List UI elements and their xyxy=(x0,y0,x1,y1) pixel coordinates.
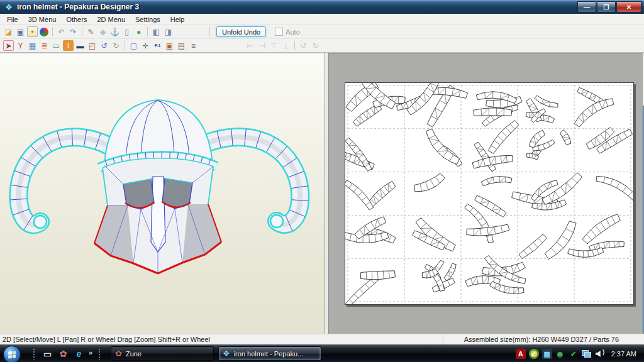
print-icon[interactable]: ≡ xyxy=(188,40,199,51)
align-bottom-icon[interactable]: ⊥ xyxy=(280,40,291,51)
pattern-cell-r5c3[interactable] xyxy=(465,256,526,294)
panel-icon[interactable]: ▯ xyxy=(121,26,132,37)
auto-checkbox-box[interactable] xyxy=(275,28,283,36)
restore-button[interactable]: ❐ xyxy=(597,1,616,13)
pattern-cell-r5c1[interactable] xyxy=(345,271,396,304)
media-player-icon[interactable]: ▭ xyxy=(42,348,53,359)
pattern-cell-r2c3[interactable] xyxy=(472,121,519,172)
dark-panel-icon[interactable]: ▬ xyxy=(75,40,86,51)
align-top-icon[interactable]: ⊤ xyxy=(269,40,279,51)
quicklaunch-handle[interactable] xyxy=(33,348,35,359)
statusbar: 2D [Select/Move] L [Pan] R or Wheel Drag… xyxy=(0,334,644,344)
rotate-left-90-icon[interactable]: ↺ xyxy=(298,40,309,51)
pattern-cell-r3c5[interactable] xyxy=(596,176,633,201)
capsule-icon[interactable]: ▭ xyxy=(51,40,62,51)
taskbar-task-zune[interactable]: ✿ Zune xyxy=(111,346,214,361)
taskband-handle[interactable] xyxy=(98,348,101,359)
volume-icon[interactable]: ⟩ xyxy=(595,349,605,359)
app-window: ❖ iron helmet - Pepakura Designer 3 — ❐ … xyxy=(0,0,644,362)
viewport-3d[interactable] xyxy=(0,53,325,334)
adobe-updater-icon[interactable]: A xyxy=(516,349,526,359)
view-undo-icon[interactable]: ↶ xyxy=(56,26,67,37)
pattern-cell-r3c4[interactable] xyxy=(512,173,582,210)
toolbar-main: ◪▣•↶↷✎◆⚓▯●◧◨ Unfold Undo Auto xyxy=(0,25,644,39)
view-redo-icon[interactable]: ↷ xyxy=(68,26,79,37)
rotate-cw-icon[interactable]: ↻ xyxy=(111,40,121,51)
titlebar[interactable]: ❖ iron helmet - Pepakura Designer 3 — ❐ … xyxy=(0,0,644,14)
window-title: iron helmet - Pepakura Designer 3 xyxy=(17,3,139,11)
auto-checkbox[interactable]: Auto xyxy=(275,28,300,36)
save-icon[interactable]: ▣ xyxy=(15,26,26,37)
helmet-3d-model[interactable] xyxy=(0,53,325,334)
anchor-icon[interactable]: ⚓ xyxy=(109,26,120,37)
pen-icon[interactable]: ✎ xyxy=(86,26,96,37)
pattern-cell-r1c4[interactable] xyxy=(526,96,558,123)
close-button[interactable]: ✕ xyxy=(616,1,641,13)
clipboard-icon[interactable]: ▤ xyxy=(176,40,187,51)
menu-item-3d-menu[interactable]: 3D Menu xyxy=(24,15,61,24)
pepakura-quick-icon[interactable]: ✿ xyxy=(57,348,69,359)
menu-item-help[interactable]: Help xyxy=(166,15,189,24)
pattern-cell-r4c1[interactable] xyxy=(345,217,396,243)
minimize-button[interactable]: — xyxy=(577,1,596,13)
rotate-right-90-icon[interactable]: ↻ xyxy=(310,40,321,51)
layout-left-icon[interactable]: ◧ xyxy=(151,26,162,37)
pattern-cell-r3c3[interactable] xyxy=(475,177,512,217)
menu-item-2d-menu[interactable]: 2D Menu xyxy=(92,15,130,24)
pattern-parts[interactable] xyxy=(345,83,633,304)
align-right-icon[interactable]: ⊣ xyxy=(257,40,267,51)
menu-item-others[interactable]: Others xyxy=(62,15,91,24)
pattern-cell-r2c5[interactable] xyxy=(586,128,632,154)
status-hint-text: 2D [Select/Move] L [Pan] R or Wheel Drag… xyxy=(0,336,443,343)
rotate-ccw-icon[interactable]: ↺ xyxy=(99,40,109,51)
material-layers-icon[interactable]: ≣ xyxy=(39,40,50,51)
taskbar-clock[interactable]: 2:37 AM xyxy=(611,350,636,358)
unfold-box-icon[interactable]: ◰ xyxy=(87,40,97,51)
pattern-cell-r4c5[interactable] xyxy=(568,214,625,258)
pepakura-task-icon: ❖ xyxy=(223,349,230,358)
pick-point-icon[interactable]: ● xyxy=(133,26,144,37)
pattern-cell-r1c5[interactable] xyxy=(574,87,613,127)
network-icon[interactable] xyxy=(582,349,592,359)
menu-item-file[interactable]: File xyxy=(3,15,23,24)
display-settings-icon[interactable]: ▦ xyxy=(542,349,552,359)
pattern-cell-r5c2[interactable] xyxy=(422,260,456,292)
marquee-icon[interactable]: ▢ xyxy=(128,40,139,51)
pattern-page[interactable] xyxy=(345,82,634,305)
pattern-cell-r4c3[interactable] xyxy=(465,204,509,243)
pattern-cell-r1c1[interactable] xyxy=(346,83,405,126)
quicklaunch-overflow-chevron[interactable]: » xyxy=(89,349,92,356)
system-tray: A✓▦◉✔ ⟩ 2:37 AM xyxy=(513,345,643,362)
open-folder-icon[interactable]: ◪ xyxy=(3,26,14,37)
shield-update-icon[interactable]: ✓ xyxy=(529,349,539,359)
viewport-2d[interactable] xyxy=(328,53,643,334)
move-part-icon[interactable]: ✛ xyxy=(140,40,151,51)
pattern-cell-r3c1[interactable] xyxy=(345,180,396,210)
select-tool-icon[interactable]: ➤ xyxy=(3,40,14,51)
edit-edge-icon[interactable]: Y xyxy=(15,40,26,51)
taskbar-task-pepakura[interactable]: ❖ iron helmet - Pepaku... xyxy=(218,346,321,361)
windows-flag-icon xyxy=(8,351,16,358)
page-number-icon[interactable]: P.1 xyxy=(152,40,163,51)
layout-right-icon[interactable]: ◨ xyxy=(163,26,174,37)
ie-icon[interactable]: e xyxy=(73,348,85,359)
pattern-cell-r3c2[interactable] xyxy=(414,173,445,192)
align-left-icon[interactable]: ⊢ xyxy=(245,40,255,51)
export-image-icon[interactable]: ▣ xyxy=(164,40,175,51)
texture-grid-icon[interactable]: ▦ xyxy=(27,40,38,51)
check-flag-icon[interactable]: ✔ xyxy=(569,349,579,359)
pattern-cell-r2c2[interactable] xyxy=(426,129,462,167)
solid-box-icon[interactable]: ◆ xyxy=(97,26,108,37)
sync-icon[interactable]: ◉ xyxy=(555,349,565,359)
menu-item-settings[interactable]: Settings xyxy=(131,15,165,24)
pattern-cell-r2c4[interactable] xyxy=(526,130,571,160)
texture-sphere-icon[interactable] xyxy=(40,28,48,36)
toolbar-2d: ➤Y▦≣▭I▬◰↺↻▢✛P.1▣▤≡ ⊢⊣⊤⊥↺↻ xyxy=(0,39,644,53)
pattern-cell-r1c2[interactable] xyxy=(397,83,468,127)
unfold-undo-button[interactable]: Unfold Undo xyxy=(216,26,266,37)
textbox-icon[interactable]: I xyxy=(63,40,74,51)
pattern-cell-r2c1[interactable] xyxy=(345,138,374,171)
light-toggle-icon[interactable]: • xyxy=(27,26,38,37)
start-button[interactable] xyxy=(3,346,21,362)
pattern-cell-r4c2[interactable] xyxy=(413,218,455,251)
